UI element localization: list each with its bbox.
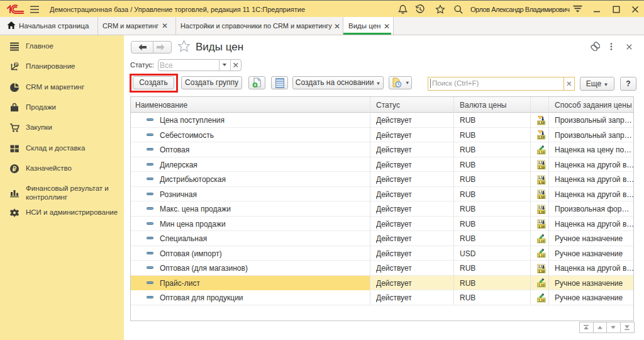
svg-text:1,10: 1,10 — [538, 121, 545, 125]
svg-text:1,1: 1,1 — [538, 206, 543, 209]
svg-text:1,10: 1,10 — [538, 298, 545, 302]
svg-text:1,10: 1,10 — [538, 135, 545, 139]
svg-text:1,1: 1,1 — [538, 176, 543, 179]
svg-text:1,10: 1,10 — [538, 239, 545, 242]
svg-text:1,10: 1,10 — [538, 150, 545, 154]
svg-text:1,1: 1,1 — [538, 161, 543, 164]
svg-text:1,1: 1,1 — [538, 191, 543, 194]
svg-text:1,10: 1,10 — [538, 269, 545, 273]
svg-text:1,10: 1,10 — [538, 254, 545, 258]
svg-text:1,10: 1,10 — [538, 225, 545, 229]
svg-text:1,10: 1,10 — [538, 210, 545, 213]
svg-text:1,1: 1,1 — [538, 220, 543, 224]
svg-text:1,10: 1,10 — [538, 166, 545, 169]
svg-text:1,10: 1,10 — [538, 195, 545, 199]
svg-text:₽: ₽ — [13, 166, 17, 173]
svg-text:1,10: 1,10 — [538, 180, 545, 184]
svg-text:1,1: 1,1 — [538, 265, 543, 268]
svg-text:1,10: 1,10 — [538, 283, 545, 287]
